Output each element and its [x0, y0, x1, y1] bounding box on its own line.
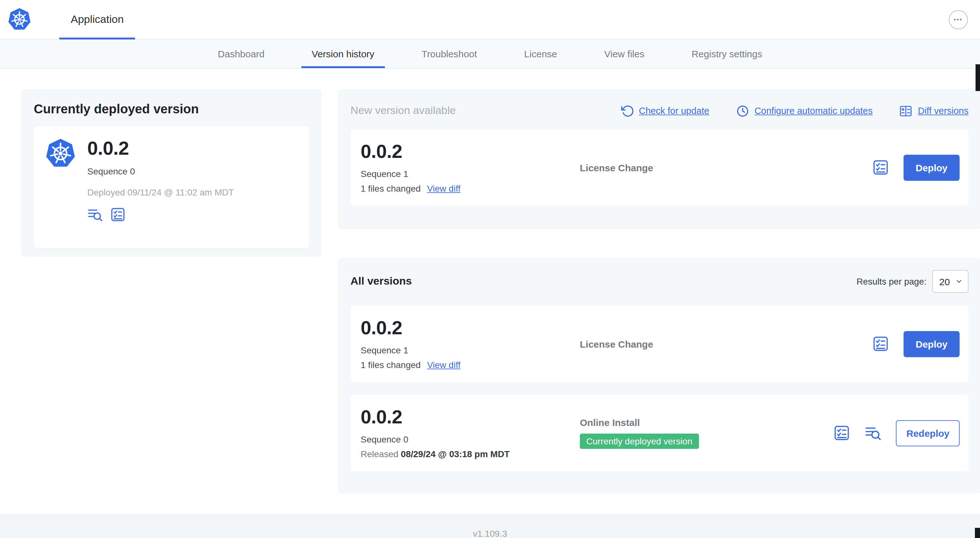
release-notes-checklist-icon[interactable]: [834, 425, 850, 441]
redeploy-button[interactable]: Redeploy: [896, 420, 959, 446]
tab-view-files[interactable]: View files: [594, 40, 655, 68]
row-actions: Redeploy: [834, 420, 959, 446]
release-notes-checklist-icon[interactable]: [110, 206, 126, 222]
released-date: 08/29/24 @ 03:18 pm MDT: [401, 449, 510, 459]
configure-automatic-updates-link[interactable]: Configure automatic updates: [736, 104, 873, 117]
tab-label: Dashboard: [218, 48, 265, 59]
check-for-update-label: Check for update: [639, 106, 709, 116]
tab-label: License: [524, 48, 557, 59]
deploy-button[interactable]: Deploy: [904, 154, 959, 181]
version-row: 0.0.2 Sequence 0 Released 08/29/24 @ 03:…: [350, 395, 969, 471]
tab-version-history[interactable]: Version history: [301, 40, 385, 68]
version-source: License Change: [580, 338, 872, 349]
deployed-timestamp: Deployed 09/11/24 @ 11:02 am MDT: [87, 187, 234, 197]
version-info: 0.0.2 Sequence 0 Released 08/29/24 @ 03:…: [361, 407, 580, 459]
configure-updates-label: Configure automatic updates: [754, 106, 873, 116]
logs-icon[interactable]: [865, 425, 881, 441]
version-number: 0.0.2: [361, 407, 580, 427]
sequence-label: Sequence 1: [361, 345, 580, 355]
diff-icon: [899, 104, 913, 117]
view-diff-link[interactable]: View diff: [427, 360, 460, 370]
source-label: Online Install: [580, 417, 834, 428]
tab-label: Registry settings: [692, 48, 762, 59]
tab-dashboard[interactable]: Dashboard: [208, 40, 275, 68]
stage: Application ••• Dashboard Version histor…: [0, 0, 980, 538]
main-content: Currently deployed version: [0, 69, 980, 514]
kubernetes-logo-icon: [8, 8, 31, 31]
release-notes-checklist-icon[interactable]: [872, 335, 889, 352]
console-version: v1.109.3: [473, 528, 507, 538]
tab-license[interactable]: License: [514, 40, 567, 68]
version-number: 0.0.2: [361, 141, 580, 161]
results-per-page: Results per page: 20: [857, 270, 969, 293]
sequence-label: Sequence 0: [87, 166, 234, 176]
released-label: Released: [361, 449, 398, 459]
currently-deployed-card: Currently deployed version: [21, 89, 322, 257]
scrollbar-thumb[interactable]: [975, 64, 980, 91]
currently-deployed-title: Currently deployed version: [34, 102, 309, 116]
diff-versions-label: Diff versions: [918, 106, 969, 116]
ellipsis-icon: •••: [954, 17, 963, 23]
tab-label: View files: [605, 48, 644, 59]
tab-troubleshoot[interactable]: Troubleshoot: [411, 40, 487, 68]
check-for-update-link[interactable]: Check for update: [620, 104, 709, 117]
version-info: 0.0.2 Sequence 1 1 files changedView dif…: [361, 141, 580, 194]
new-version-row: 0.0.2 Sequence 1 1 files changedView dif…: [350, 129, 969, 206]
selected-value: 20: [939, 276, 950, 287]
footer: v1.109.3: [0, 514, 980, 538]
new-version-title: New version available: [350, 105, 456, 117]
logs-icon[interactable]: [87, 206, 103, 222]
all-versions-title: All versions: [350, 275, 412, 288]
tab-label: Troubleshoot: [422, 48, 477, 59]
section-nav: Dashboard Version history Troubleshoot L…: [0, 40, 980, 69]
version-info: 0.0.2 Sequence 1 1 files changedView dif…: [361, 318, 580, 370]
new-version-header: New version available Check for update: [350, 101, 969, 120]
new-version-card: New version available Check for update: [338, 89, 980, 229]
release-notes-checklist-icon[interactable]: [872, 159, 889, 176]
row-actions: Deploy: [872, 154, 959, 181]
released-line: Released 08/29/24 @ 03:18 pm MDT: [361, 449, 580, 459]
currently-deployed-badge: Currently deployed version: [580, 433, 699, 449]
tab-registry-settings[interactable]: Registry settings: [681, 40, 773, 68]
chevron-down-icon: [955, 278, 963, 285]
files-changed-line: 1 files changedView diff: [361, 360, 580, 370]
version-number: 0.0.2: [87, 138, 234, 158]
files-changed-label: 1 files changed: [361, 360, 420, 370]
refresh-icon: [620, 104, 634, 117]
deployed-version-info: 0.0.2 Sequence 0 Deployed 09/11/24 @ 11:…: [87, 138, 234, 236]
row-actions: Deploy: [872, 331, 959, 357]
view-diff-link[interactable]: View diff: [427, 184, 460, 194]
app-tab-label: Application: [71, 13, 124, 26]
deploy-button[interactable]: Deploy: [904, 331, 959, 357]
active-tab-underline: [59, 38, 135, 40]
sequence-label: Sequence 0: [361, 435, 580, 445]
deployed-version-box: 0.0.2 Sequence 0 Deployed 09/11/24 @ 11:…: [34, 126, 309, 248]
results-per-page-select[interactable]: 20: [932, 270, 969, 293]
version-source: License Change: [580, 162, 872, 173]
tab-application[interactable]: Application: [59, 0, 135, 39]
all-versions-header: All versions Results per page: 20: [350, 270, 969, 293]
all-versions-card: All versions Results per page: 20 0.0.2 …: [338, 258, 980, 494]
files-changed-line: 1 files changedView diff: [361, 184, 580, 194]
tab-label: Version history: [312, 48, 374, 59]
results-per-page-label: Results per page:: [857, 276, 926, 287]
admin-console: Application ••• Dashboard Version histor…: [0, 0, 980, 538]
sequence-label: Sequence 1: [361, 169, 580, 179]
source-label: License Change: [580, 162, 872, 173]
version-number: 0.0.2: [361, 318, 580, 338]
top-bar: Application •••: [0, 0, 980, 40]
scrollbar-corner: [975, 528, 980, 538]
clock-icon: [736, 104, 749, 117]
kubernetes-logo-icon: [45, 138, 76, 169]
version-actions: Check for update Configure automatic upd…: [620, 104, 969, 117]
more-options-button[interactable]: •••: [949, 10, 968, 29]
diff-versions-link[interactable]: Diff versions: [899, 104, 969, 117]
version-row: 0.0.2 Sequence 1 1 files changedView dif…: [350, 306, 969, 382]
source-label: License Change: [580, 338, 872, 349]
version-source: Online Install Currently deployed versio…: [580, 417, 834, 449]
deployed-version-actions: [87, 206, 234, 222]
files-changed-label: 1 files changed: [361, 184, 420, 194]
